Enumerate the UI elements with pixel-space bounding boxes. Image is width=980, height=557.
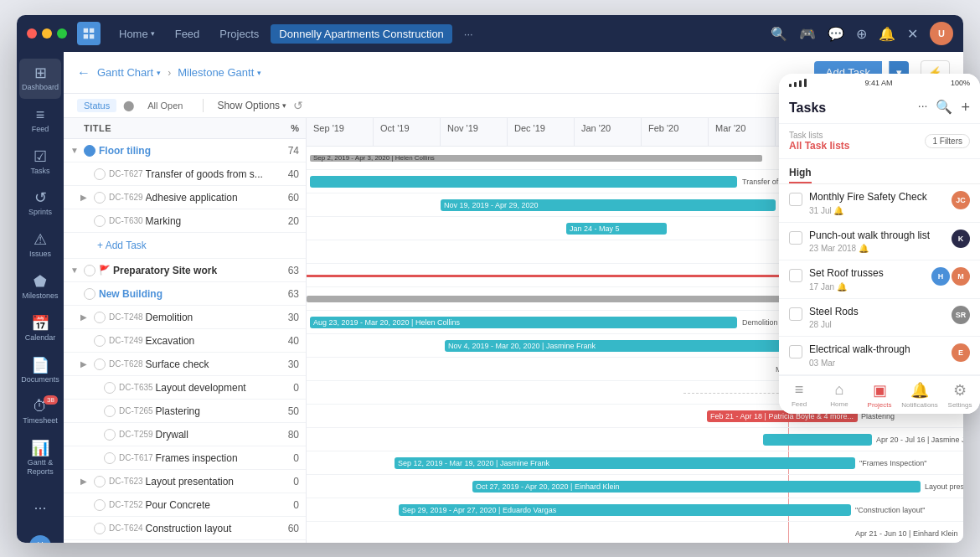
list-item[interactable]: Punch-out walk through list 23 Mar 2018 … (779, 223, 980, 261)
chat-icon[interactable]: 💬 (828, 26, 844, 42)
bar-outside-label-demolition: Demolition (742, 318, 778, 327)
task-checkbox[interactable] (94, 499, 106, 511)
undo-button[interactable]: ↺ (293, 99, 303, 112)
expand-icon[interactable]: ▼ (70, 146, 82, 155)
all-open-badge[interactable]: All Open (141, 99, 189, 112)
task-checkbox[interactable] (94, 312, 106, 323)
mobile-task-checkbox[interactable] (789, 269, 802, 282)
minimize-dot[interactable] (42, 28, 52, 39)
nav-home[interactable]: Home ▾ (111, 24, 163, 44)
nav-projects[interactable]: Projects (211, 24, 267, 44)
mobile-all-tasklists[interactable]: All Task lists (789, 140, 849, 152)
task-checkbox[interactable] (104, 452, 116, 464)
mobile-more-icon[interactable]: ··· (918, 99, 928, 116)
table-row[interactable]: ▼ 🚩 Preparatory Site work 63 (64, 259, 306, 282)
table-row[interactable]: DC-T259 Drywall 80 (64, 423, 306, 446)
notification-icon[interactable]: 🔔 (879, 26, 895, 42)
mobile-filters-btn[interactable]: 1 Filters (925, 134, 970, 148)
sidebar-item-milestones[interactable]: ⬟ Milestones (19, 267, 61, 307)
sidebar-item-dashboard[interactable]: ⊞ Dashboard (19, 59, 61, 99)
controller-icon[interactable]: 🎮 (799, 26, 816, 42)
task-checkbox[interactable] (94, 476, 106, 487)
sidebar-item-documents[interactable]: 📄 Documents (19, 351, 61, 391)
table-row[interactable]: ▶ DC-T629 Adhesive application 60 (64, 186, 306, 209)
issues-icon: ⚠ (34, 232, 47, 247)
task-checkbox[interactable] (94, 215, 106, 227)
sidebar-item-calendar[interactable]: 📅 Calendar (19, 309, 61, 349)
table-row[interactable]: DC-T617 Frames inspection 0 (64, 446, 306, 470)
task-checkbox[interactable] (104, 429, 116, 441)
nav-more[interactable]: ··· (456, 24, 482, 44)
task-checkbox[interactable] (94, 358, 106, 370)
sidebar-item-more[interactable]: ··· (19, 493, 61, 522)
add-task-link[interactable]: + Add Task (80, 236, 163, 255)
sidebar: ⊞ Dashboard ≡ Feed ☑ Tasks ↺ Sprints ⚠ I… (17, 52, 64, 543)
app-logo[interactable] (77, 22, 101, 45)
table-row[interactable]: DC-T635 Layout development 0 (64, 376, 306, 400)
show-options-button[interactable]: Show Options ▾ (217, 100, 286, 111)
sidebar-item-sprints[interactable]: ↺ Sprints (19, 183, 61, 224)
table-row[interactable]: ▶ DC-T248 Demolition 30 (64, 306, 306, 329)
table-row[interactable]: DC-T252 Pour Concrete 0 (64, 493, 306, 517)
table-row[interactable]: ▼ Floor tiling 74 (64, 139, 306, 162)
task-pct: 0 (269, 499, 299, 511)
mobile-nav-notifications[interactable]: 🔔 Notifications (900, 381, 940, 409)
task-checkbox[interactable] (94, 192, 106, 204)
sidebar-item-issues[interactable]: ⚠ Issues (19, 225, 61, 266)
mobile-nav-projects[interactable]: ▣ Projects (859, 381, 900, 409)
mobile-task-checkbox[interactable] (789, 345, 802, 358)
search-icon[interactable]: 🔍 (771, 26, 787, 42)
maximize-dot[interactable] (57, 28, 67, 39)
table-row[interactable]: ▶ DC-T623 Layout presentation 0 (64, 470, 306, 493)
task-checkbox[interactable] (94, 523, 106, 534)
close-icon[interactable]: ✕ (907, 26, 918, 42)
close-dot[interactable] (27, 28, 37, 39)
back-button[interactable]: ← (77, 65, 90, 80)
table-row[interactable]: DC-T630 Marking 20 (64, 209, 306, 233)
mobile-priority-tab[interactable]: High (789, 167, 812, 183)
sidebar-item-tasks[interactable]: ☑ Tasks (19, 142, 61, 183)
task-checkbox[interactable] (94, 335, 106, 347)
mobile-task-checkbox[interactable] (789, 193, 802, 206)
task-pct: 60 (269, 523, 299, 534)
task-checkbox[interactable] (84, 265, 95, 276)
mobile-nav-feed[interactable]: ≡ Feed (779, 381, 819, 409)
mobile-nav-home[interactable]: ⌂ Home (819, 381, 859, 409)
table-row[interactable]: New Building 63 (64, 282, 306, 306)
sidebar-item-timesheet[interactable]: ⏱ 38 Timesheet (19, 392, 61, 432)
table-row[interactable]: ▶ DC-T628 Surface check 30 (64, 353, 306, 376)
gantt-chart-link[interactable]: Gantt Chart ▾ (97, 66, 161, 79)
nav-feed[interactable]: Feed (167, 24, 209, 44)
mobile-search-icon[interactable]: 🔍 (936, 99, 952, 116)
table-row[interactable]: DC-T249 Excavation 40 (64, 329, 306, 353)
mobile-task-checkbox[interactable] (789, 307, 802, 321)
task-checkbox[interactable] (104, 405, 116, 417)
mobile-notifications-icon: 🔔 (910, 381, 929, 400)
mobile-task-checkbox[interactable] (789, 231, 802, 245)
add-task-row[interactable]: + Add Task (64, 233, 306, 259)
table-row[interactable]: DC-T265 Plastering 50 (64, 400, 306, 423)
mobile-nav-settings[interactable]: ⚙ Settings (940, 381, 980, 409)
list-item[interactable]: Monthly Fire Safety Check 31 Jul 🔔 JC (779, 184, 980, 223)
list-item[interactable]: Steel Rods 28 Jul SR (779, 299, 980, 338)
task-checkbox[interactable] (104, 382, 116, 394)
sidebar-item-feed[interactable]: ≡ Feed (19, 101, 61, 141)
nav-active-project[interactable]: Donnelly Apartments Construction (271, 24, 452, 44)
status-badge[interactable]: Status (77, 99, 116, 112)
table-row[interactable]: DC-T627 Transfer of goods from s... 40 (64, 162, 306, 186)
sidebar-item-gantt[interactable]: 📊 Gantt & Reports (19, 434, 61, 483)
list-item[interactable]: Set Roof trusses 17 Jan 🔔 H M (779, 260, 980, 299)
plus-icon[interactable]: ⊕ (856, 26, 867, 42)
topnav: Home ▾ Feed Projects Donnelly Apartments… (17, 15, 963, 52)
sidebar-item-user[interactable]: U (19, 529, 61, 543)
task-name: Adhesive application (146, 192, 269, 204)
task-checkbox[interactable] (94, 168, 106, 180)
milestone-gantt-link[interactable]: Milestone Gantt ▾ (178, 66, 261, 79)
table-row[interactable]: DC-T624 Construction layout 60 (64, 517, 306, 540)
list-item[interactable]: Electrical walk-through 03 Mar E (779, 337, 980, 375)
user-avatar[interactable]: U (930, 22, 953, 45)
task-checkbox[interactable] (84, 145, 95, 157)
bar-label: Sep 2, 2019 - Apr 3, 2020 | Helen Collin… (313, 154, 435, 162)
mobile-add-icon[interactable]: + (961, 99, 970, 116)
task-checkbox[interactable] (84, 288, 95, 300)
